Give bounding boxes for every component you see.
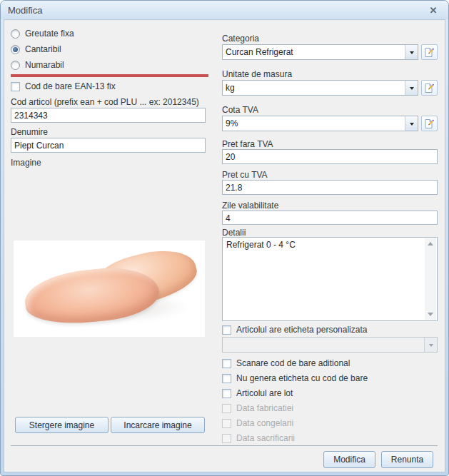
imagine-label: Imagine xyxy=(11,158,41,168)
radio-label: Cantaribil xyxy=(25,44,61,54)
checkbox-icon xyxy=(222,389,231,398)
eticheta-combobox-disabled xyxy=(222,337,438,353)
checkbox-label: Data sacrificarii xyxy=(236,433,295,443)
chevron-down-icon[interactable] xyxy=(405,81,418,95)
checkbox-label: Articolul are lot xyxy=(236,388,293,398)
dialog-body: Greutate fixa Cantaribil Numarabil Cod d… xyxy=(4,19,445,472)
radio-label: Greutate fixa xyxy=(25,29,74,39)
checkbox-label: Nu genera eticheta cu cod de bare xyxy=(236,373,368,383)
categoria-edit-button[interactable] xyxy=(421,44,438,60)
zile-valabilitate-input[interactable]: 4 xyxy=(222,211,438,225)
checkbox-icon xyxy=(222,419,231,428)
detalii-label: Detalii xyxy=(222,228,246,238)
close-icon[interactable]: ✕ xyxy=(427,4,440,16)
checkbox-icon xyxy=(222,325,231,335)
edit-pencil-icon xyxy=(424,118,435,129)
chevron-down-icon[interactable] xyxy=(405,45,418,59)
cod-articol-label: Cod articol (prefix ean + cod PLU ... ex… xyxy=(11,97,199,107)
eticheta-value xyxy=(223,338,424,352)
cota-tva-value: 9% xyxy=(223,116,405,131)
pret-cu-tva-label: Pret cu TVA xyxy=(222,170,268,180)
unitate-masura-label: Unitate de masura xyxy=(222,69,292,79)
detalii-text: Refrigerat 0 - 4 °C xyxy=(226,240,423,250)
categoria-value: Curcan Refrigerat xyxy=(223,45,405,59)
chevron-down-icon xyxy=(424,338,437,352)
checkbox-eticheta-personalizata[interactable]: Articolul are eticheta personalizata xyxy=(222,325,367,335)
title-bar[interactable]: Modifica ✕ xyxy=(1,1,448,19)
cota-tva-edit-button[interactable] xyxy=(421,116,438,131)
unitate-masura-edit-button[interactable] xyxy=(421,80,438,96)
radio-icon xyxy=(11,29,20,39)
checkbox-label: Data congelarii xyxy=(236,418,293,428)
denumire-label: Denumire xyxy=(11,127,48,137)
delete-image-button[interactable]: Stergere imagine xyxy=(15,417,109,433)
footer-divider xyxy=(11,445,438,446)
textarea-scrollbar[interactable] xyxy=(425,238,436,320)
pret-fara-tva-label: Pret fara TVA xyxy=(222,139,273,149)
modify-dialog: Modifica ✕ Greutate fixa Cantaribil Numa… xyxy=(0,0,449,476)
cod-articol-input[interactable]: 2314343 xyxy=(11,108,206,123)
checkbox-data-sacrificarii: Data sacrificarii xyxy=(222,433,295,443)
checkbox-label: Cod de bare EAN-13 fix xyxy=(25,81,116,91)
cota-tva-combobox[interactable]: 9% xyxy=(222,116,418,131)
radio-icon-selected xyxy=(11,45,20,54)
checkbox-articol-are-lot[interactable]: Articolul are lot xyxy=(222,388,293,398)
pret-fara-tva-input[interactable]: 20 xyxy=(222,149,438,164)
radio-cantaribil[interactable]: Cantaribil xyxy=(11,44,61,54)
zile-valabilitate-label: Zile valabilitate xyxy=(222,201,278,211)
detalii-textarea[interactable]: Refrigerat 0 - 4 °C xyxy=(222,237,438,321)
radio-label: Numarabil xyxy=(25,60,64,70)
unitate-masura-value: kg xyxy=(223,81,405,95)
dialog-title: Modifica xyxy=(8,5,42,16)
checkbox-icon xyxy=(222,434,231,443)
checkbox-label: Articolul are eticheta personalizata xyxy=(236,325,367,335)
cota-tva-label: Cota TVA xyxy=(222,105,258,115)
edit-pencil-icon xyxy=(424,83,435,93)
radio-numarabil[interactable]: Numarabil xyxy=(11,60,64,70)
categoria-label: Categoria xyxy=(222,34,259,44)
scroll-up-icon[interactable] xyxy=(425,238,436,249)
modifica-button[interactable]: Modifica xyxy=(323,451,375,468)
checkbox-data-congelarii: Data congelarii xyxy=(222,418,293,428)
scroll-down-icon[interactable] xyxy=(425,309,436,320)
checkbox-nu-genera-eticheta[interactable]: Nu genera eticheta cu cod de bare xyxy=(222,373,368,383)
checkbox-data-fabricatiei: Data fabricatiei xyxy=(222,403,293,413)
denumire-input[interactable]: Piept Curcan xyxy=(11,138,206,153)
checkbox-icon xyxy=(222,404,231,413)
checkbox-icon xyxy=(222,359,231,368)
categoria-combobox[interactable]: Curcan Refrigerat xyxy=(222,44,418,60)
checkbox-ean13-fix[interactable]: Cod de bare EAN-13 fix xyxy=(11,81,116,91)
checkbox-icon xyxy=(11,82,20,91)
radio-greutate-fixa[interactable]: Greutate fixa xyxy=(11,29,74,39)
unitate-masura-combobox[interactable]: kg xyxy=(222,80,418,96)
checkbox-icon xyxy=(222,374,231,383)
radio-icon xyxy=(11,61,20,70)
upload-image-button[interactable]: Incarcare imagine xyxy=(111,417,205,433)
checkbox-label: Data fabricatiei xyxy=(236,403,293,413)
edit-pencil-icon xyxy=(424,47,435,58)
renunta-button[interactable]: Renunta xyxy=(381,451,433,468)
pret-cu-tva-input[interactable]: 21.8 xyxy=(222,180,438,195)
product-image xyxy=(14,240,205,337)
chevron-down-icon[interactable] xyxy=(405,116,418,131)
checkbox-label: Scanare cod de bare aditional xyxy=(236,358,350,368)
red-separator xyxy=(11,74,208,77)
checkbox-scanare-cod-aditional[interactable]: Scanare cod de bare aditional xyxy=(222,358,350,368)
